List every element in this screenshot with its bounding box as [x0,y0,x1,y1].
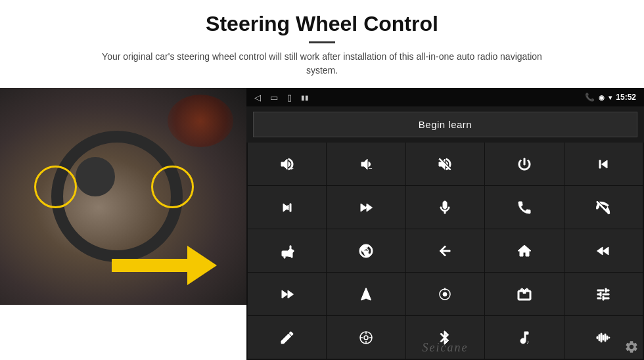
arrow-body [112,259,191,272]
rewind-icon [595,243,611,259]
settings-circle-button[interactable] [327,316,405,359]
mute-button[interactable] [406,143,484,185]
power-button[interactable] [485,143,563,185]
svg-point-6 [443,292,447,296]
vol-down-icon: − [358,156,374,172]
navigation-button[interactable] [327,273,405,315]
steering-wheel-image [0,88,246,305]
page-container: Steering Wheel Control Your original car… [0,0,644,360]
status-bar: ◁ ▭ ▯ ▮▮ 📞 ◉ ▾ 15:52 [246,88,644,106]
mic-button[interactable] [406,186,484,229]
phone-status-icon: 📞 [585,93,595,102]
radio-button[interactable] [485,273,563,315]
arrow-head [187,246,217,285]
steering-bg [0,88,246,305]
android-screen: ◁ ▭ ▯ ▮▮ 📞 ◉ ▾ 15:52 Begin learn [246,88,644,360]
svg-rect-20 [607,336,608,340]
radio-icon [517,286,532,302]
gear-settings-button[interactable] [624,340,639,357]
mic-icon [437,200,453,215]
hang-up-icon [595,200,611,215]
recent-icon[interactable]: ▯ [287,93,292,102]
highlight-circle-left [34,166,77,208]
waveform-icon [595,330,611,346]
yellow-arrow [112,246,217,285]
camera-360-icon: 360° [358,243,374,259]
svg-text:+: + [290,165,294,172]
vol-down-button[interactable]: − [327,143,405,185]
back-nav-icon [437,243,453,259]
next-track-button[interactable] [248,186,326,229]
navigation-icon [358,286,374,302]
bluetooth-icon [437,330,453,346]
call-icon [517,200,532,215]
svg-rect-19 [605,334,606,342]
svg-text:−: − [369,165,373,172]
wheel-center [76,157,115,196]
home-icon[interactable]: ▭ [270,93,278,102]
horn-button[interactable] [248,229,326,272]
prev-track-button[interactable] [564,143,643,185]
music-note-button[interactable]: ♪ [485,316,563,359]
svg-rect-21 [609,337,610,338]
music-note-icon: ♪ [517,330,532,346]
status-left: ◁ ▭ ▯ ▮▮ [254,93,309,102]
svg-rect-16 [599,334,600,341]
svg-point-9 [364,336,368,340]
fast-forward-icon [358,200,374,215]
gauge-glow [168,95,233,147]
svg-rect-15 [597,336,598,339]
source-button[interactable] [406,273,484,315]
location-status-icon: ◉ [599,94,605,101]
bluetooth-button[interactable] [406,316,484,359]
wifi-status-icon: ▾ [609,94,612,101]
page-title: Steering Wheel Control [39,12,605,36]
equalizer-button[interactable] [564,273,643,315]
content-section: ◁ ▭ ▯ ▮▮ 📞 ◉ ▾ 15:52 Begin learn [0,88,644,360]
skip-fwd-icon [279,286,295,302]
prev-track-icon [595,156,611,172]
home-nav-button[interactable] [485,229,563,272]
control-grid: + − [246,143,644,360]
power-icon [517,156,532,172]
settings-circle-icon [358,330,374,346]
status-right: 📞 ◉ ▾ 15:52 [585,93,636,102]
vol-up-button[interactable]: + [248,143,326,185]
pen-icon [279,330,295,346]
svg-rect-17 [601,333,602,342]
back-arrow-icon[interactable]: ◁ [254,93,261,102]
clock: 15:52 [616,93,636,102]
highlight-circle-right [151,166,194,208]
equalizer-icon [595,286,611,302]
mute-icon [437,156,453,172]
svg-rect-18 [603,335,604,340]
source-icon [437,286,453,302]
header-section: Steering Wheel Control Your original car… [0,0,644,84]
subtitle: Your original car's steering wheel contr… [92,50,552,78]
begin-learn-row: Begin learn [246,106,644,143]
volume-status-icon: ▮▮ [301,94,309,101]
skip-fwd-button[interactable] [248,273,326,315]
horn-icon [279,243,295,259]
svg-text:360°: 360° [361,249,367,253]
gear-icon [624,340,639,354]
title-divider [309,41,335,43]
call-button[interactable] [485,186,563,229]
fast-forward-button[interactable] [327,186,405,229]
svg-text:♪: ♪ [526,339,529,345]
vol-up-icon: + [279,156,295,172]
rewind-button[interactable] [564,229,643,272]
camera-360-button[interactable]: 360° [327,229,405,272]
back-nav-button[interactable] [406,229,484,272]
begin-learn-button[interactable]: Begin learn [253,112,637,137]
next-track-icon [279,200,295,215]
hang-up-button[interactable] [564,186,643,229]
pen-button[interactable] [248,316,326,359]
home-nav-icon [517,243,532,259]
